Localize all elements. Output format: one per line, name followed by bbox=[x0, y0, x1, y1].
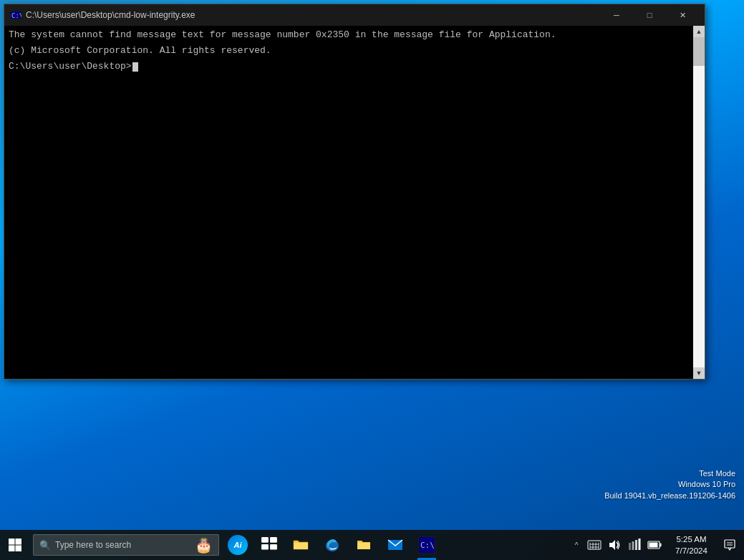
cmd-cursor bbox=[132, 62, 138, 72]
svg-rect-9 bbox=[261, 544, 269, 550]
edge-icon bbox=[324, 536, 341, 554]
cmd-taskbar-icon: C:\ bbox=[418, 536, 435, 554]
svg-rect-31 bbox=[725, 540, 735, 548]
keyboard-layout-icon bbox=[587, 538, 602, 552]
desktop: C:\ C:\Users\user\Desktop\cmd-low-integr… bbox=[0, 0, 744, 530]
svg-rect-7 bbox=[261, 537, 269, 543]
svg-rect-24 bbox=[629, 543, 631, 550]
taskbar: 🔍 Type here to search 🎂 Ai bbox=[0, 530, 744, 560]
scrollbar-thumb[interactable] bbox=[693, 37, 705, 66]
mail-icon bbox=[387, 536, 404, 554]
volume-icon bbox=[608, 539, 621, 551]
svg-rect-25 bbox=[632, 541, 634, 550]
close-button[interactable]: ✕ bbox=[666, 4, 699, 26]
cmd-taskbar-button[interactable]: C:\ bbox=[411, 530, 443, 560]
cortana-label: Ai bbox=[234, 541, 242, 549]
search-icon: 🔍 bbox=[39, 540, 51, 551]
cmd-titlebar: C:\ C:\Users\user\Desktop\cmd-low-integr… bbox=[4, 4, 705, 26]
cmd-line-1: The system cannot find message text for … bbox=[9, 29, 689, 42]
svg-rect-27 bbox=[639, 539, 641, 550]
svg-rect-10 bbox=[270, 544, 277, 550]
clock-date: 7/7/2024 bbox=[675, 545, 707, 556]
keyboard-icon[interactable] bbox=[584, 530, 604, 560]
explorer2-button[interactable] bbox=[348, 530, 380, 560]
cmd-line-3: C:\Users\user\Desktop> bbox=[9, 60, 689, 73]
file-explorer-button[interactable] bbox=[285, 530, 317, 560]
svg-text:C:\: C:\ bbox=[420, 541, 435, 550]
edge-button[interactable] bbox=[317, 530, 348, 560]
cmd-scrollbar: ▲ ▼ bbox=[693, 26, 705, 379]
clock-area[interactable]: 5:25 AM 7/7/2024 bbox=[665, 530, 718, 560]
start-button[interactable] bbox=[0, 530, 30, 560]
cmd-title-icon: C:\ bbox=[10, 9, 21, 21]
action-center-button[interactable] bbox=[718, 530, 741, 560]
battery-button[interactable] bbox=[644, 530, 665, 560]
svg-rect-11 bbox=[294, 543, 308, 549]
scrollbar-up-button[interactable]: ▲ bbox=[693, 26, 705, 37]
tray-expand-button[interactable]: ^ bbox=[569, 530, 584, 560]
cortana-button[interactable]: Ai bbox=[222, 530, 253, 560]
watermark-line2: Windows 10 Pro bbox=[604, 479, 735, 490]
task-view-button[interactable] bbox=[253, 530, 285, 560]
action-center-icon bbox=[724, 539, 735, 551]
scrollbar-down-button[interactable]: ▼ bbox=[693, 367, 705, 379]
cmd-window: C:\ C:\Users\user\Desktop\cmd-low-integr… bbox=[4, 4, 705, 380]
mail-button[interactable] bbox=[380, 530, 411, 560]
watermark-line1: Test Mode bbox=[604, 468, 735, 479]
windows-logo-icon bbox=[9, 539, 21, 551]
search-placeholder-text: Type here to search bbox=[55, 540, 131, 550]
minimize-button[interactable]: ─ bbox=[600, 4, 633, 26]
scrollbar-track[interactable] bbox=[693, 37, 705, 367]
network-button[interactable] bbox=[624, 530, 644, 560]
svg-rect-3 bbox=[9, 539, 15, 545]
taskbar-items: Ai bbox=[219, 530, 569, 560]
system-tray: ^ bbox=[569, 530, 744, 560]
battery-icon bbox=[647, 540, 662, 550]
svg-rect-6 bbox=[16, 546, 22, 552]
watermark-line3: Build 19041.vb_release.191206-1406 bbox=[604, 491, 735, 501]
svg-text:C:\: C:\ bbox=[11, 12, 21, 19]
test-mode-watermark: Test Mode Windows 10 Pro Build 19041.vb_… bbox=[604, 468, 735, 501]
svg-rect-4 bbox=[16, 539, 22, 545]
explorer2-icon bbox=[355, 536, 372, 554]
cmd-line-2: (c) Microsoft Corporation. All rights re… bbox=[9, 44, 689, 57]
task-view-icon bbox=[261, 536, 278, 554]
file-explorer-icon bbox=[292, 536, 309, 554]
cmd-content: The system cannot find message text for … bbox=[4, 26, 693, 379]
cortana-icon: Ai bbox=[228, 535, 248, 555]
svg-rect-29 bbox=[660, 544, 662, 547]
cmd-body[interactable]: The system cannot find message text for … bbox=[4, 26, 705, 379]
maximize-button[interactable]: □ bbox=[633, 4, 666, 26]
cake-decoration-icon: 🎂 bbox=[195, 536, 213, 554]
network-icon bbox=[628, 539, 641, 551]
volume-button[interactable] bbox=[604, 530, 624, 560]
svg-rect-30 bbox=[649, 543, 658, 548]
clock-time: 5:25 AM bbox=[676, 534, 706, 545]
cmd-prompt-text: C:\Users\user\Desktop> bbox=[9, 61, 132, 72]
cmd-controls: ─ □ ✕ bbox=[600, 4, 699, 26]
taskbar-search-bar[interactable]: 🔍 Type here to search 🎂 bbox=[33, 534, 219, 556]
svg-rect-5 bbox=[9, 546, 15, 552]
svg-rect-26 bbox=[635, 540, 637, 550]
tray-expand-icon: ^ bbox=[575, 541, 579, 549]
cmd-title-text: C:\Users\user\Desktop\cmd-low-integrity.… bbox=[26, 10, 600, 20]
svg-rect-8 bbox=[270, 537, 277, 543]
